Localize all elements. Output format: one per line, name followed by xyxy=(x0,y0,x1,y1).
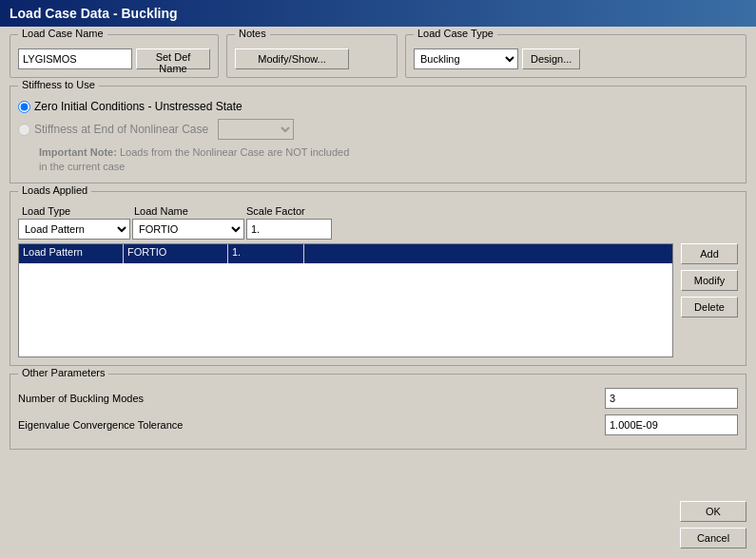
col-header-scale: Scale Factor xyxy=(246,205,332,217)
table-cell-type: Load Pattern xyxy=(19,244,124,263)
load-case-type-row: Buckling Linear Static Response Spectrum… xyxy=(414,48,738,69)
load-case-name-row: Set Def Name xyxy=(18,48,210,69)
buckling-modes-label: Number of Buckling Modes xyxy=(18,393,144,404)
radio-row-1: Zero Initial Conditions - Unstressed Sta… xyxy=(18,100,738,113)
table-cell-scale: 1. xyxy=(228,244,304,263)
loads-table-container: Load Pattern FORTIO 1. Add Modify Delete xyxy=(18,243,738,357)
stiffness-legend: Stiffness to Use xyxy=(18,79,99,90)
loads-buttons: Add Modify Delete xyxy=(681,243,738,357)
loads-inputs-row: Load Pattern Acceleration Link Deformati… xyxy=(18,219,738,240)
important-note-label: Important Note: xyxy=(39,146,117,158)
other-parameters-legend: Other Parameters xyxy=(18,367,108,378)
note-text-container: Important Note: Loads from the Nonlinear… xyxy=(39,145,738,175)
load-case-name-input[interactable] xyxy=(18,48,132,69)
delete-button[interactable]: Delete xyxy=(681,297,738,317)
table-row[interactable]: Load Pattern FORTIO 1. xyxy=(19,244,672,263)
title-bar: Load Case Data - Buckling xyxy=(0,0,756,27)
other-parameters-group: Other Parameters Number of Buckling Mode… xyxy=(10,374,746,450)
design-button[interactable]: Design... xyxy=(522,48,580,69)
ok-cancel-container: OK Cancel xyxy=(680,501,746,548)
load-type-select[interactable]: Load Pattern Acceleration Link Deformati… xyxy=(18,219,130,240)
dialog-body: Load Case Name Set Def Name Notes Modify… xyxy=(0,27,756,558)
buckling-modes-row: Number of Buckling Modes xyxy=(18,388,738,409)
radio-nonlinear xyxy=(18,124,30,136)
radio-nonlinear-label: Stiffness at End of Nonlinear Case xyxy=(34,123,208,136)
table-cell-name: FORTIO xyxy=(124,244,228,263)
notes-row: Modify/Show... xyxy=(235,48,389,69)
eigenvalue-row: Eigenvalue Convergence Tolerance xyxy=(18,414,738,435)
eigenvalue-label: Eigenvalue Convergence Tolerance xyxy=(18,419,183,431)
eigenvalue-input[interactable] xyxy=(605,414,738,435)
load-case-name-group: Load Case Name Set Def Name xyxy=(10,34,219,78)
load-case-type-select[interactable]: Buckling Linear Static Response Spectrum xyxy=(414,48,518,69)
ok-button[interactable]: OK xyxy=(680,501,746,522)
notes-legend: Notes xyxy=(235,28,270,39)
col-header-name: Load Name xyxy=(134,205,246,217)
radio-row-2: Stiffness at End of Nonlinear Case xyxy=(18,119,738,140)
loads-applied-group: Loads Applied Load Type Load Name Scale … xyxy=(10,191,746,366)
load-name-select[interactable]: FORTIO DEAD LIVE xyxy=(132,219,244,240)
col-header-type: Load Type xyxy=(22,205,134,217)
cancel-button[interactable]: Cancel xyxy=(680,528,746,548)
loads-table: Load Pattern FORTIO 1. xyxy=(18,243,673,357)
notes-group: Notes Modify/Show... xyxy=(226,34,397,78)
set-def-name-button[interactable]: Set Def Name xyxy=(136,48,210,69)
top-row: Load Case Name Set Def Name Notes Modify… xyxy=(10,34,746,78)
radio-zero-initial[interactable] xyxy=(18,101,30,113)
loads-applied-legend: Loads Applied xyxy=(18,184,91,196)
stiffness-group: Stiffness to Use Zero Initial Conditions… xyxy=(10,86,746,183)
modify-button[interactable]: Modify xyxy=(681,270,738,291)
load-case-type-legend: Load Case Type xyxy=(414,28,497,39)
nonlinear-case-select xyxy=(218,119,294,140)
modify-show-button[interactable]: Modify/Show... xyxy=(235,48,349,69)
add-button[interactable]: Add xyxy=(681,243,738,264)
load-case-type-group: Load Case Type Buckling Linear Static Re… xyxy=(405,34,746,78)
load-case-name-legend: Load Case Name xyxy=(18,28,107,39)
title-bar-label: Load Case Data - Buckling xyxy=(10,6,178,21)
loads-col-headers: Load Type Load Name Scale Factor xyxy=(18,205,738,217)
buckling-modes-input[interactable] xyxy=(605,388,738,409)
radio-zero-initial-label: Zero Initial Conditions - Unstressed Sta… xyxy=(34,100,242,113)
scale-factor-input[interactable] xyxy=(246,219,332,240)
